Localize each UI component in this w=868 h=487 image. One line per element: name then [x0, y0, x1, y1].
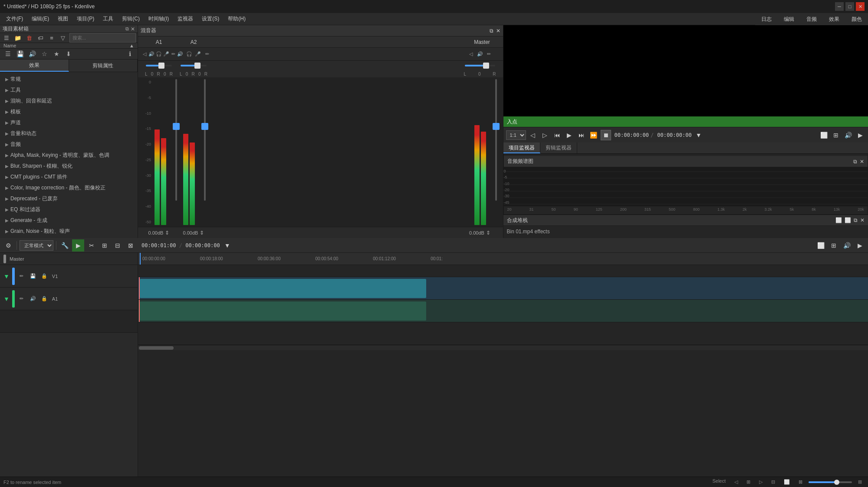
- v1-save-btn[interactable]: 💾: [29, 272, 37, 281]
- menu-settings[interactable]: 设置(S): [197, 13, 224, 24]
- master-pencil[interactable]: ✏: [485, 50, 493, 58]
- close-button[interactable]: ✕: [856, 2, 865, 11]
- es-close-icon[interactable]: ✕: [860, 217, 865, 223]
- a2-fader-slider[interactable]: [181, 65, 207, 66]
- a1-headphone[interactable]: 🎧: [156, 50, 162, 58]
- prev-more[interactable]: ▶: [855, 130, 865, 140]
- a1-speaker[interactable]: 🔊: [148, 50, 155, 58]
- effect-add-icon[interactable]: 💾: [15, 49, 25, 59]
- status-btn-3[interactable]: ▷: [756, 478, 765, 486]
- tl-tc-dropdown[interactable]: ▼: [222, 240, 233, 251]
- spectrum-float-icon[interactable]: ⧉: [853, 159, 857, 165]
- minimize-button[interactable]: ─: [835, 2, 844, 11]
- effect-cat-2[interactable]: ▶混响、回音和延迟: [0, 96, 138, 106]
- a1-pencil-btn[interactable]: ✏: [17, 295, 26, 303]
- menu-file[interactable]: 文件(F): [2, 13, 27, 24]
- tl-group-btn[interactable]: ⊞: [828, 240, 839, 251]
- a1-mic[interactable]: 🎤: [163, 50, 169, 58]
- prev-arrow-right[interactable]: ▷: [540, 130, 550, 140]
- search-input[interactable]: [69, 33, 136, 43]
- tl-cut-btn[interactable]: ✂: [86, 240, 97, 251]
- tl-more-btn[interactable]: ▶: [854, 240, 865, 251]
- status-btn-4[interactable]: ⊟: [769, 478, 778, 486]
- menu-help[interactable]: 帮助(H): [224, 13, 250, 24]
- effect-cat-11[interactable]: ▶Deprecated - 已废弃: [0, 193, 138, 204]
- tab-effects[interactable]: 效果: [0, 60, 69, 72]
- effect-cat-12[interactable]: ▶EQ 和过滤器: [0, 204, 138, 215]
- master-arrow-left[interactable]: ◁: [467, 50, 475, 58]
- tl-overwrite-btn[interactable]: ⊠: [125, 240, 136, 251]
- prev-fast-back[interactable]: ⏮: [552, 130, 562, 140]
- rtab-color[interactable]: 颜色: [845, 14, 868, 25]
- a2-headphone[interactable]: 🎧: [185, 50, 193, 58]
- rtab-log[interactable]: 日志: [755, 14, 778, 25]
- a1-collapse-icon[interactable]: ▼: [3, 295, 10, 302]
- a1-pencil[interactable]: ✏: [171, 50, 176, 58]
- status-btn-6[interactable]: ⊠: [796, 478, 805, 486]
- filter-button[interactable]: ▽: [58, 33, 68, 43]
- status-btn-2[interactable]: ⊞: [744, 478, 753, 486]
- mixer-float-icon[interactable]: ⧉: [490, 28, 493, 34]
- a1-fader-slider[interactable]: [146, 65, 172, 66]
- effect-audio-icon[interactable]: 🔊: [27, 49, 37, 59]
- a2-speaker[interactable]: 🔊: [176, 50, 184, 58]
- tl-mode-select[interactable]: 正常模式: [20, 240, 53, 251]
- prev-btn2[interactable]: ⊞: [831, 130, 841, 140]
- rtab-edit[interactable]: 编辑: [778, 14, 800, 25]
- a1-arrow-left[interactable]: ◁: [141, 50, 147, 58]
- effect-cat-9[interactable]: ▶CMT plugins - CMT 插件: [0, 172, 138, 182]
- tab-clip-properties[interactable]: 剪辑属性: [69, 60, 138, 72]
- audio-clip-a1[interactable]: [140, 301, 426, 321]
- menu-edit[interactable]: 编辑(E): [27, 13, 53, 24]
- effect-download-icon[interactable]: ⬇: [63, 49, 74, 59]
- v1-lock-btn[interactable]: 🔒: [40, 272, 49, 281]
- master-vfader-knob[interactable]: [493, 123, 500, 130]
- effect-list-icon[interactable]: ☰: [3, 49, 13, 59]
- tl-settings-btn[interactable]: ⚙: [3, 240, 14, 251]
- float-icon[interactable]: ⧉: [125, 26, 129, 32]
- spectrum-close-icon[interactable]: ✕: [860, 159, 864, 165]
- effect-cat-4[interactable]: ▶声道: [0, 117, 138, 128]
- zoom-slider[interactable]: [809, 481, 852, 483]
- effect-cat-14[interactable]: ▶Grain, Noise - 颗粒、噪声: [0, 226, 138, 237]
- effect-info-icon[interactable]: ℹ: [125, 49, 135, 59]
- prev-arrow-left[interactable]: ◁: [528, 130, 538, 140]
- mixer-close-icon[interactable]: ✕: [496, 28, 500, 34]
- prev-settings[interactable]: ▼: [694, 130, 704, 140]
- scrollbar-thumb[interactable]: [139, 346, 174, 350]
- zoom-slider-knob[interactable]: [834, 480, 839, 485]
- master-fader-slider[interactable]: [465, 65, 495, 66]
- a2-vfader-knob[interactable]: [201, 123, 208, 130]
- effect-cat-7[interactable]: ▶Alpha, Mask, Keying - 透明度、蒙版、色调: [0, 150, 138, 161]
- prev-fast-forward[interactable]: ⏭: [576, 130, 587, 140]
- tl-razor-btn[interactable]: 🔧: [59, 240, 70, 251]
- tl-snap-btn[interactable]: ⬜: [815, 240, 826, 251]
- tl-ungroup-btn[interactable]: 🔊: [841, 240, 852, 251]
- menu-project[interactable]: 项目(P): [72, 13, 99, 24]
- tl-insert-btn[interactable]: ⊞: [99, 240, 110, 251]
- es-icon2[interactable]: ⬜: [845, 217, 851, 223]
- delete-button[interactable]: 🗑: [24, 33, 34, 43]
- menu-tools[interactable]: 工具: [99, 13, 118, 24]
- rtab-audio[interactable]: 音频: [800, 14, 823, 25]
- menu-clip[interactable]: 剪辑(C): [118, 13, 144, 24]
- a1-mute-btn[interactable]: 🔊: [29, 295, 37, 303]
- a1-lock-btn2[interactable]: 🔒: [40, 295, 49, 303]
- tl-play-btn[interactable]: ▶: [72, 239, 84, 252]
- tab-clip-monitor[interactable]: 剪辑监视器: [540, 142, 577, 153]
- effect-fav-icon[interactable]: ★: [51, 49, 62, 59]
- effect-cat-10[interactable]: ▶Color, Image correction - 颜色、图像校正: [0, 182, 138, 193]
- effect-cat-0[interactable]: ▶常规: [0, 74, 138, 85]
- prev-btn3[interactable]: 🔊: [843, 130, 853, 140]
- list-button[interactable]: ≡: [47, 33, 56, 43]
- effect-cat-8[interactable]: ▶Blur, Sharpen - 模糊、锐化: [0, 161, 138, 172]
- timeline-scrollbar[interactable]: [138, 345, 868, 350]
- menu-timeline[interactable]: 时间轴(I): [144, 13, 173, 24]
- es-float-icon[interactable]: ⧉: [854, 217, 858, 223]
- maximize-button[interactable]: □: [845, 2, 854, 11]
- effect-cat-1[interactable]: ▶工具: [0, 85, 138, 96]
- a2-fader-knob[interactable]: [194, 63, 201, 69]
- a2-mic[interactable]: 🎤: [194, 50, 202, 58]
- zoom-fit-btn[interactable]: ⊞: [855, 478, 865, 486]
- v1-pencil-btn[interactable]: ✏: [17, 272, 26, 281]
